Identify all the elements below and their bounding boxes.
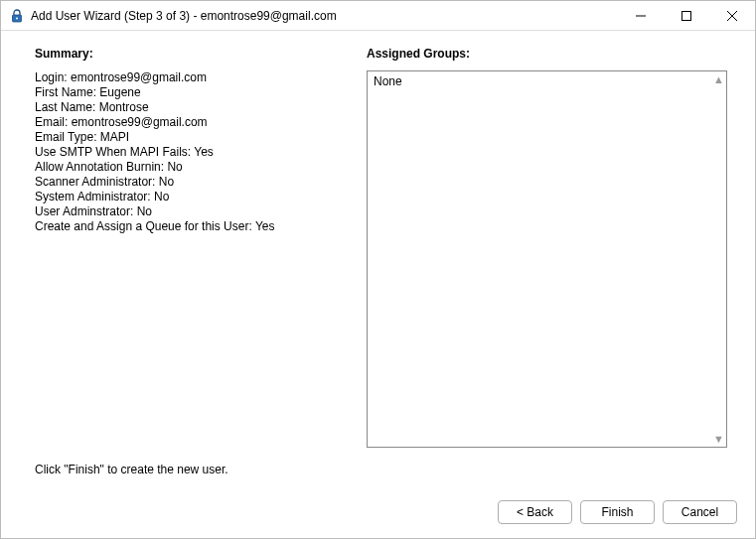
- content-area: Summary: Login: emontrose99@gmail.comFir…: [1, 31, 755, 538]
- summary-line: User Adminstrator: No: [35, 204, 343, 219]
- maximize-button[interactable]: [664, 1, 709, 30]
- summary-panel: Summary: Login: emontrose99@gmail.comFir…: [35, 47, 343, 448]
- window-title: Add User Wizard (Step 3 of 3) - emontros…: [31, 9, 337, 23]
- cancel-button[interactable]: Cancel: [663, 500, 737, 524]
- scroll-up-icon[interactable]: ▲: [713, 73, 724, 85]
- assigned-groups-heading: Assigned Groups:: [367, 47, 727, 61]
- scroll-down-icon[interactable]: ▼: [713, 433, 724, 445]
- summary-line: Create and Assign a Queue for this User:…: [35, 219, 343, 234]
- summary-list: Login: emontrose99@gmail.comFirst Name: …: [35, 70, 343, 234]
- footer-buttons: < Back Finish Cancel: [498, 500, 737, 524]
- svg-rect-3: [682, 11, 691, 20]
- window-controls: [618, 1, 755, 30]
- lock-icon: [9, 8, 25, 24]
- summary-heading: Summary:: [35, 47, 343, 61]
- assigned-groups-listbox[interactable]: None ▲ ▼: [367, 70, 727, 448]
- summary-line: First Name: Eugene: [35, 85, 343, 100]
- summary-line: Email: emontrose99@gmail.com: [35, 115, 343, 130]
- summary-line: Login: emontrose99@gmail.com: [35, 70, 343, 85]
- svg-point-1: [16, 17, 18, 19]
- assigned-groups-panel: Assigned Groups: None ▲ ▼: [367, 47, 727, 448]
- back-button[interactable]: < Back: [498, 500, 572, 524]
- minimize-button[interactable]: [618, 1, 664, 30]
- assigned-groups-content: None: [374, 74, 402, 88]
- summary-line: System Administrator: No: [35, 190, 343, 204]
- summary-line: Last Name: Montrose: [35, 100, 343, 115]
- close-button[interactable]: [709, 1, 755, 30]
- summary-line: Email Type: MAPI: [35, 130, 343, 145]
- summary-line: Allow Annotation Burnin: No: [35, 160, 343, 175]
- titlebar: Add User Wizard (Step 3 of 3) - emontros…: [1, 1, 755, 31]
- hint-text: Click "Finish" to create the new user.: [35, 463, 228, 476]
- summary-line: Scanner Administrator: No: [35, 175, 343, 190]
- finish-button[interactable]: Finish: [580, 500, 655, 524]
- summary-line: Use SMTP When MAPI Fails: Yes: [35, 145, 343, 160]
